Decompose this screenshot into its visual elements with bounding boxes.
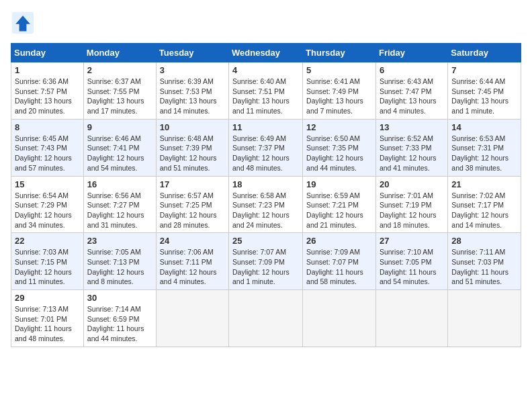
sunset-label: Sunset: 7:43 PM bbox=[15, 144, 67, 152]
sunset-label: Sunset: 7:29 PM bbox=[15, 201, 67, 209]
logo-icon bbox=[11, 11, 35, 35]
calendar-cell bbox=[156, 290, 228, 347]
sunrise-label: Sunrise: 6:53 AM bbox=[451, 134, 505, 142]
sunset-label: Sunset: 7:07 PM bbox=[306, 258, 359, 266]
day-number: 4 bbox=[232, 65, 299, 75]
sunrise-label: Sunrise: 6:43 AM bbox=[380, 77, 433, 85]
sunrise-label: Sunrise: 6:45 AM bbox=[15, 134, 69, 142]
page-header bbox=[11, 11, 521, 35]
sunrise-label: Sunrise: 6:56 AM bbox=[87, 191, 141, 199]
day-number: 2 bbox=[87, 65, 152, 75]
sunset-label: Sunset: 7:47 PM bbox=[380, 87, 432, 95]
calendar-cell bbox=[375, 290, 447, 347]
day-info: Sunrise: 6:39 AM Sunset: 7:53 PM Dayligh… bbox=[160, 77, 225, 116]
sunset-label: Sunset: 7:49 PM bbox=[306, 87, 359, 95]
daylight-label: Daylight: 12 hours and 24 minutes. bbox=[232, 211, 290, 229]
day-info: Sunrise: 7:05 AM Sunset: 7:13 PM Dayligh… bbox=[87, 247, 152, 287]
day-info: Sunrise: 7:06 AM Sunset: 7:11 PM Dayligh… bbox=[160, 247, 225, 287]
sunset-label: Sunset: 7:33 PM bbox=[380, 144, 432, 152]
calendar-cell: 23 Sunrise: 7:05 AM Sunset: 7:13 PM Dayl… bbox=[83, 233, 156, 290]
sunrise-label: Sunrise: 6:57 AM bbox=[160, 191, 214, 199]
daylight-label: Daylight: 13 hours and 14 minutes. bbox=[160, 97, 217, 115]
sunrise-label: Sunrise: 6:49 AM bbox=[232, 134, 286, 142]
sunrise-label: Sunrise: 7:09 AM bbox=[306, 248, 360, 256]
calendar-cell bbox=[303, 290, 376, 347]
daylight-label: Daylight: 12 hours and 44 minutes. bbox=[306, 154, 363, 172]
calendar-cell: 8 Sunrise: 6:45 AM Sunset: 7:43 PM Dayli… bbox=[11, 119, 84, 176]
day-number: 8 bbox=[15, 122, 80, 132]
sunrise-label: Sunrise: 6:39 AM bbox=[160, 77, 214, 85]
logo bbox=[11, 11, 38, 35]
day-info: Sunrise: 6:58 AM Sunset: 7:23 PM Dayligh… bbox=[232, 191, 299, 230]
sunrise-label: Sunrise: 7:11 AM bbox=[451, 248, 505, 256]
daylight-label: Daylight: 12 hours and 21 minutes. bbox=[306, 211, 363, 229]
sunrise-label: Sunrise: 6:40 AM bbox=[232, 77, 286, 85]
calendar-cell: 6 Sunrise: 6:43 AM Sunset: 7:47 PM Dayli… bbox=[375, 62, 447, 120]
sunset-label: Sunset: 7:57 PM bbox=[15, 87, 67, 95]
calendar-cell bbox=[448, 290, 521, 347]
calendar-header-thursday: Thursday bbox=[303, 44, 376, 62]
calendar-header-friday: Friday bbox=[375, 44, 447, 62]
day-number: 16 bbox=[87, 179, 152, 189]
day-number: 1 bbox=[15, 65, 80, 75]
sunrise-label: Sunrise: 6:48 AM bbox=[160, 134, 214, 142]
calendar-cell: 1 Sunrise: 6:36 AM Sunset: 7:57 PM Dayli… bbox=[11, 62, 84, 120]
sunrise-label: Sunrise: 6:50 AM bbox=[306, 134, 360, 142]
calendar-cell: 9 Sunrise: 6:46 AM Sunset: 7:41 PM Dayli… bbox=[83, 119, 156, 176]
daylight-label: Daylight: 13 hours and 20 minutes. bbox=[15, 97, 72, 115]
sunset-label: Sunset: 7:03 PM bbox=[451, 258, 504, 266]
calendar-header-wednesday: Wednesday bbox=[229, 44, 303, 62]
sunset-label: Sunset: 7:11 PM bbox=[160, 258, 212, 266]
day-number: 23 bbox=[87, 236, 152, 246]
calendar-cell: 29 Sunrise: 7:13 AM Sunset: 7:01 PM Dayl… bbox=[11, 290, 84, 347]
calendar-header-sunday: Sunday bbox=[11, 44, 84, 62]
daylight-label: Daylight: 12 hours and 28 minutes. bbox=[160, 211, 217, 229]
day-info: Sunrise: 6:46 AM Sunset: 7:41 PM Dayligh… bbox=[87, 134, 152, 173]
sunrise-label: Sunrise: 6:52 AM bbox=[380, 134, 433, 142]
daylight-label: Daylight: 12 hours and 4 minutes. bbox=[160, 268, 217, 286]
day-info: Sunrise: 7:13 AM Sunset: 7:01 PM Dayligh… bbox=[15, 304, 80, 344]
sunrise-label: Sunrise: 6:44 AM bbox=[451, 77, 505, 85]
daylight-label: Daylight: 12 hours and 34 minutes. bbox=[15, 211, 72, 229]
day-number: 14 bbox=[451, 122, 517, 132]
sunset-label: Sunset: 7:31 PM bbox=[451, 144, 504, 152]
sunset-label: Sunset: 7:13 PM bbox=[87, 258, 140, 266]
sunset-label: Sunset: 7:25 PM bbox=[160, 201, 212, 209]
sunset-label: Sunset: 7:27 PM bbox=[87, 201, 140, 209]
day-info: Sunrise: 7:11 AM Sunset: 7:03 PM Dayligh… bbox=[451, 247, 517, 287]
sunset-label: Sunset: 6:59 PM bbox=[87, 315, 140, 323]
sunrise-label: Sunrise: 7:06 AM bbox=[160, 248, 214, 256]
sunset-label: Sunset: 7:05 PM bbox=[380, 258, 432, 266]
daylight-label: Daylight: 12 hours and 14 minutes. bbox=[451, 211, 508, 229]
day-number: 29 bbox=[15, 293, 80, 303]
calendar-header-monday: Monday bbox=[83, 44, 156, 62]
day-info: Sunrise: 6:49 AM Sunset: 7:37 PM Dayligh… bbox=[232, 134, 299, 173]
daylight-label: Daylight: 12 hours and 38 minutes. bbox=[451, 154, 508, 172]
daylight-label: Daylight: 13 hours and 17 minutes. bbox=[87, 97, 144, 115]
calendar-week-3: 15 Sunrise: 6:54 AM Sunset: 7:29 PM Dayl… bbox=[11, 176, 521, 233]
sunset-label: Sunset: 7:39 PM bbox=[160, 144, 212, 152]
sunrise-label: Sunrise: 7:07 AM bbox=[232, 248, 286, 256]
daylight-label: Daylight: 12 hours and 18 minutes. bbox=[380, 211, 437, 229]
day-number: 22 bbox=[15, 236, 80, 246]
daylight-label: Daylight: 12 hours and 8 minutes. bbox=[87, 268, 144, 286]
daylight-label: Daylight: 11 hours and 44 minutes. bbox=[87, 324, 144, 342]
sunset-label: Sunset: 7:09 PM bbox=[232, 258, 285, 266]
day-info: Sunrise: 6:57 AM Sunset: 7:25 PM Dayligh… bbox=[160, 191, 225, 230]
day-info: Sunrise: 7:01 AM Sunset: 7:19 PM Dayligh… bbox=[380, 191, 444, 230]
calendar-header-row: SundayMondayTuesdayWednesdayThursdayFrid… bbox=[11, 44, 521, 62]
sunset-label: Sunset: 7:35 PM bbox=[306, 144, 359, 152]
daylight-label: Daylight: 11 hours and 54 minutes. bbox=[380, 268, 437, 286]
calendar-table: SundayMondayTuesdayWednesdayThursdayFrid… bbox=[11, 43, 521, 347]
day-number: 18 bbox=[232, 179, 299, 189]
daylight-label: Daylight: 11 hours and 58 minutes. bbox=[306, 268, 363, 286]
daylight-label: Daylight: 12 hours and 41 minutes. bbox=[380, 154, 437, 172]
sunset-label: Sunset: 7:51 PM bbox=[232, 87, 285, 95]
sunrise-label: Sunrise: 6:59 AM bbox=[306, 191, 360, 199]
calendar-cell bbox=[229, 290, 303, 347]
sunset-label: Sunset: 7:19 PM bbox=[380, 201, 432, 209]
day-info: Sunrise: 7:14 AM Sunset: 6:59 PM Dayligh… bbox=[87, 304, 152, 344]
calendar-cell: 10 Sunrise: 6:48 AM Sunset: 7:39 PM Dayl… bbox=[156, 119, 228, 176]
day-number: 25 bbox=[232, 236, 299, 246]
day-info: Sunrise: 6:50 AM Sunset: 7:35 PM Dayligh… bbox=[306, 134, 372, 173]
